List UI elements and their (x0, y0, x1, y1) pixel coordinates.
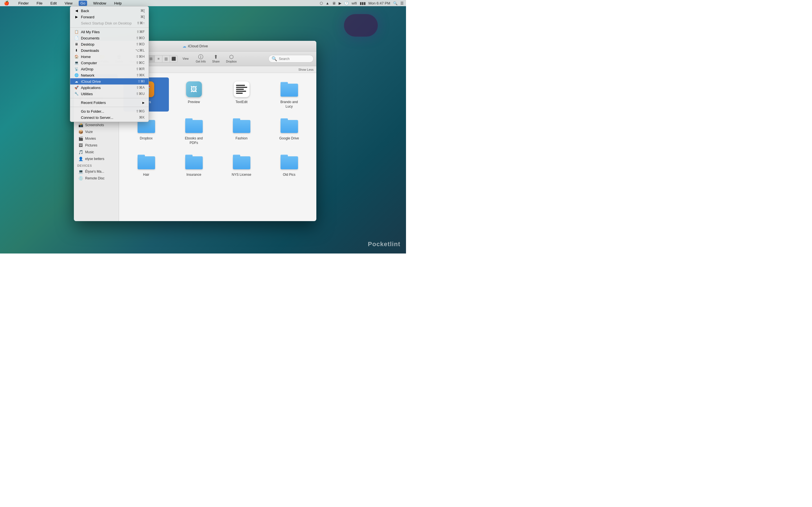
menubar-go[interactable]: Go (79, 1, 87, 6)
sidebar-item-vuze[interactable]: 📦 Vuze (75, 128, 117, 135)
file-item-hair[interactable]: Hair (123, 150, 169, 180)
airdrop-icon: 📡 (74, 67, 79, 71)
display-icon[interactable]: 🖥 (332, 1, 336, 5)
search-input[interactable] (279, 57, 310, 61)
menubar-file[interactable]: File (35, 1, 44, 6)
sidebar-disc-icon: 💿 (79, 176, 83, 180)
alert-icon[interactable]: ▲ (326, 1, 329, 5)
search-magnifier-icon: 🔍 (271, 56, 277, 61)
share-icon: ⬆ (214, 54, 218, 59)
old-pics-label: Old Pics (283, 173, 296, 177)
menubar-right: ⬡ ▲ 🖥 ▶ 🕐 wifi ▮▮▮ Mon 6:47 PM 🔍 ☰ (320, 1, 404, 5)
file-item-brando-lucy[interactable]: Brando and Lucy (266, 77, 312, 112)
notification-icon[interactable]: ☰ (400, 1, 404, 5)
network-icon: 🌐 (74, 73, 79, 77)
file-item-preview[interactable]: 🖼 Preview (171, 77, 216, 112)
file-item-old-pics[interactable]: Old Pics (266, 150, 312, 180)
list-view-button[interactable]: ≡ (155, 55, 162, 62)
menubar-window[interactable]: Window (92, 1, 108, 6)
file-item-fashion[interactable]: Fashion (219, 114, 264, 148)
menu-downloads[interactable]: ⬇ Downloads ⌥⌘L (70, 47, 149, 54)
dropbox-button[interactable]: ⬡ Dropbox (224, 53, 239, 64)
sidebar-item-elyse[interactable]: 👤 elyse betters (75, 156, 117, 162)
menu-recent-folders[interactable]: Recent Folders ▶ (70, 100, 149, 106)
menu-startup-disk[interactable]: Select Startup Disk on Desktop ⇧⌘↑ (70, 20, 149, 26)
textedit-icon-body (234, 81, 250, 97)
menu-back-label: Back (81, 9, 140, 13)
file-item-textedit[interactable]: TextEdit (219, 77, 264, 112)
dropbox-folder-label: Dropbox (140, 136, 153, 141)
wifi-icon[interactable]: wifi (352, 1, 357, 5)
menu-back-shortcut: ⌘[ (140, 9, 145, 13)
menubar-view[interactable]: View (63, 1, 74, 6)
menu-back[interactable]: ◀ Back ⌘[ (70, 8, 149, 14)
menu-airdrop-label: AirDrop (81, 67, 136, 71)
menu-utilities[interactable]: 🔧 Utilities ⇧⌘U (70, 91, 149, 97)
search-box[interactable]: 🔍 (268, 55, 313, 62)
column-view-button[interactable]: ▥ (162, 55, 170, 62)
menu-utilities-shortcut: ⇧⌘U (136, 92, 145, 96)
airplay-icon[interactable]: ▶ (339, 1, 342, 5)
desktop-icon: 🖥 (74, 42, 79, 47)
all-files-icon: 📋 (74, 30, 79, 34)
file-item-insurance[interactable]: Insurance (171, 150, 216, 180)
menu-all-my-files[interactable]: 📋 All My Files ⇧⌘F (70, 29, 149, 35)
window-title: ☁ iCloud Drive (183, 44, 208, 48)
menu-documents[interactable]: 📄 Documents ⇧⌘O (70, 35, 149, 41)
sidebar-item-screenshots[interactable]: 📸 Screenshots (75, 122, 117, 128)
menu-connect-server[interactable]: Connect to Server... ⌘K (70, 114, 149, 121)
view-button[interactable]: View (179, 56, 192, 61)
menubar-finder[interactable]: Finder (17, 1, 31, 6)
sidebar-item-music[interactable]: 🎵 Music (75, 149, 117, 156)
battery-icon[interactable]: ▮▮▮ (360, 1, 366, 5)
get-info-button[interactable]: ⓘ Get Info (193, 53, 208, 64)
show-less-button[interactable]: Show Less (298, 68, 313, 71)
apple-menu[interactable]: 🍎 (2, 0, 11, 6)
menu-computer-label: Computer (81, 61, 136, 65)
menubar-help[interactable]: Help (112, 1, 123, 6)
sidebar-item-movies[interactable]: 🎬 Movies (75, 135, 117, 142)
textedit-app-icon (233, 80, 251, 98)
menu-forward[interactable]: ▶ Forward ⌘] (70, 14, 149, 20)
google-drive-label: Google Drive (279, 136, 299, 141)
icloud-icon: ☁ (74, 79, 79, 83)
menu-home[interactable]: 🏠 Home ⇧⌘H (70, 54, 149, 60)
dropbox-icon[interactable]: ⬡ (320, 1, 323, 5)
clock-icon[interactable]: 🕐 (344, 1, 349, 5)
menu-go-to-folder[interactable]: Go to Folder... ⇧⌘G (70, 108, 149, 114)
menu-recent-folders-label: Recent Folders (81, 101, 142, 105)
brando-lucy-label: Brando and Lucy (276, 100, 302, 109)
menubar-edit[interactable]: Edit (49, 1, 58, 6)
file-item-nys-license[interactable]: NYS License (219, 150, 264, 180)
menu-home-label: Home (81, 55, 136, 59)
sidebar-screenshots-icon: 📸 (79, 123, 83, 127)
sidebar-item-elyses-mac[interactable]: 💻 Élyse's Ma... (75, 168, 117, 175)
file-item-ebooks[interactable]: Ebooks and PDFs (171, 114, 216, 148)
view-buttons: ⊞ ≡ ▥ ⬛ (147, 55, 177, 62)
menu-network-label: Network (81, 73, 136, 77)
menu-sep-1 (70, 27, 149, 27)
search-icon[interactable]: 🔍 (393, 1, 398, 5)
menu-desktop[interactable]: 🖥 Desktop ⇧⌘D (70, 41, 149, 47)
menu-icloud-shortcut: ⇧⌘I (138, 79, 145, 83)
go-to-folder-icon (74, 109, 79, 114)
sidebar-item-remote-disc[interactable]: 💿 Remote Disc (75, 175, 117, 182)
dropbox-label: Dropbox (226, 60, 237, 63)
ebooks-folder-icon (185, 117, 203, 135)
menu-startup-shortcut: ⇧⌘↑ (137, 21, 145, 25)
file-item-google-drive[interactable]: Google Drive (266, 114, 312, 148)
sidebar-elyse-icon: 👤 (79, 157, 83, 161)
sidebar-pictures-label: Pictures (85, 144, 97, 147)
menu-icloud-drive[interactable]: ☁ iCloud Drive ⇧⌘I (70, 78, 149, 84)
cover-flow-button[interactable]: ⬛ (170, 55, 177, 62)
menu-computer[interactable]: 💻 Computer ⇧⌘C (70, 60, 149, 66)
menu-applications[interactable]: 🚀 Applications ⇧⌘A (70, 84, 149, 91)
menu-airdrop[interactable]: 📡 AirDrop ⇧⌘R (70, 66, 149, 72)
fashion-label: Fashion (236, 136, 248, 141)
menu-documents-shortcut: ⇧⌘O (136, 36, 145, 40)
get-info-icon: ⓘ (198, 54, 203, 59)
share-button[interactable]: ⬆ Share (209, 53, 223, 64)
sidebar-item-pictures[interactable]: 🖼 Pictures (75, 142, 117, 149)
menu-applications-shortcut: ⇧⌘A (136, 86, 145, 90)
menu-network[interactable]: 🌐 Network ⇧⌘K (70, 72, 149, 78)
